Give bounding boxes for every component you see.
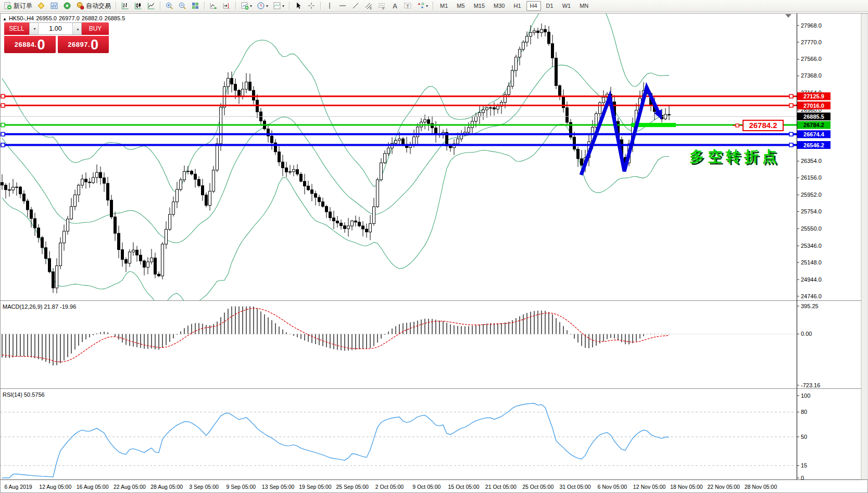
volume-input[interactable]: 1.00 (39, 23, 72, 34)
svg-text:26546.2: 26546.2 (803, 142, 824, 148)
volume-increase-button[interactable]: ▲ (72, 23, 81, 34)
svg-text:2 Oct 05:00: 2 Oct 05:00 (375, 484, 404, 490)
svg-text:27566.0: 27566.0 (801, 56, 822, 62)
svg-text:25 Oct 05:00: 25 Oct 05:00 (522, 484, 553, 490)
cn-annotation-text[interactable]: 多空转折点多空转折点 (689, 148, 782, 166)
svg-text:15 Oct 05:00: 15 Oct 05:00 (448, 484, 480, 490)
svg-text:-723.16: -723.16 (801, 382, 820, 388)
svg-text:15: 15 (801, 462, 807, 469)
svg-text:31 Oct 05:00: 31 Oct 05:00 (559, 484, 590, 490)
buy-button[interactable]: BUY (82, 22, 109, 35)
svg-text:0.00: 0.00 (801, 331, 812, 337)
svg-text:26885.5: 26885.5 (803, 113, 824, 120)
svg-text:50: 50 (801, 434, 807, 440)
svg-text:26354.0: 26354.0 (801, 158, 822, 164)
svg-text:26784.2: 26784.2 (749, 121, 777, 130)
svg-text:6 Aug 2019: 6 Aug 2019 (4, 484, 32, 490)
svg-text:26784.2: 26784.2 (803, 122, 824, 128)
svg-text:395.25: 395.25 (801, 303, 819, 309)
chart-svg: 27968.027770.027566.027368.027164.026960… (0, 0, 868, 493)
svg-text:25346.0: 25346.0 (801, 243, 822, 249)
ohlc-low: 26882.0 (82, 15, 103, 21)
svg-text:27016.0: 27016.0 (803, 103, 824, 109)
svg-text:28 Nov 05:00: 28 Nov 05:00 (745, 484, 777, 490)
svg-text:16 Aug 05:00: 16 Aug 05:00 (77, 484, 109, 490)
sell-price-big-digit: 0 (37, 38, 45, 52)
svg-text:18 Nov 05:00: 18 Nov 05:00 (670, 484, 703, 490)
rsi-indicator-label: RSI(14) 50.5756 (3, 391, 45, 398)
chart-header: ▲HK50-,H426955.026977.026882.026885.5 (3, 15, 127, 21)
volume-decrease-button[interactable]: ▼ (30, 23, 39, 34)
svg-text:25148.0: 25148.0 (801, 259, 822, 266)
svg-text:24944.0: 24944.0 (801, 276, 822, 283)
collapse-icon[interactable]: ▲ (3, 17, 7, 21)
svg-text:13 Sep 05:00: 13 Sep 05:00 (262, 484, 295, 490)
svg-text:25952.0: 25952.0 (801, 192, 822, 198)
svg-text:25754.0: 25754.0 (801, 208, 822, 214)
svg-text:22 Aug 05:00: 22 Aug 05:00 (114, 484, 146, 490)
svg-text:9 Oct 05:00: 9 Oct 05:00 (412, 484, 441, 490)
svg-text:12 Aug 05:00: 12 Aug 05:00 (39, 484, 71, 490)
sell-price[interactable]: 26884. 0 (4, 36, 56, 53)
volume-stepper: ▼ 1.00 ▲ (29, 22, 82, 35)
svg-text:26674.4: 26674.4 (803, 131, 825, 137)
svg-text:12 Nov 05:00: 12 Nov 05:00 (633, 484, 666, 490)
svg-text:26156.0: 26156.0 (801, 174, 822, 181)
svg-text:27770.0: 27770.0 (801, 39, 822, 45)
svg-text:21 Oct 05:00: 21 Oct 05:00 (485, 484, 517, 490)
svg-text:25 Sep 05:00: 25 Sep 05:00 (336, 484, 369, 490)
svg-text:多空转折点: 多空转折点 (689, 148, 781, 165)
svg-text:27125.9: 27125.9 (803, 93, 824, 99)
sell-button[interactable]: SELL (4, 22, 29, 35)
macd-indicator-label: MACD(12,26,9) 21.87 -19.96 (3, 304, 76, 310)
scrollbar-track[interactable] (861, 14, 868, 479)
svg-text:0: 0 (801, 475, 804, 481)
svg-text:28 Aug 05:00: 28 Aug 05:00 (150, 484, 183, 490)
ohlc-high: 26977.0 (59, 15, 80, 21)
ohlc-close: 26885.5 (105, 15, 125, 21)
one-click-trading-panel: SELL ▼ 1.00 ▲ BUY 26884. 0 26897. 0 (4, 22, 109, 53)
time-axis: 6 Aug 201912 Aug 05:0016 Aug 05:0022 Aug… (4, 484, 777, 490)
svg-text:27968.0: 27968.0 (801, 22, 822, 29)
buy-price-main: 26897. (68, 41, 90, 48)
svg-text:3 Sep 05:00: 3 Sep 05:00 (189, 484, 219, 490)
buy-price-big-digit: 0 (91, 38, 98, 52)
svg-text:80: 80 (801, 409, 807, 415)
symbol-period-label: HK50-,H4 (9, 15, 34, 21)
svg-text:6 Nov 05:00: 6 Nov 05:00 (597, 484, 627, 490)
ohlc-open: 26955.0 (36, 15, 57, 21)
buy-price[interactable]: 26897. 0 (58, 36, 109, 53)
sell-price-main: 26884. (15, 41, 37, 48)
svg-text:9 Sep 05:00: 9 Sep 05:00 (226, 484, 256, 490)
svg-text:24746.0: 24746.0 (801, 293, 822, 299)
svg-text:25550.0: 25550.0 (801, 225, 822, 232)
svg-text:22 Nov 05:00: 22 Nov 05:00 (707, 484, 740, 490)
svg-text:100: 100 (801, 393, 810, 399)
mt4-window: 新订单自动交易▾▾▾EFAT▾M1M5M15M30H1H4D1W1MN 2796… (0, 0, 868, 493)
svg-text:19 Sep 05:00: 19 Sep 05:00 (299, 484, 332, 490)
svg-text:27368.0: 27368.0 (801, 72, 822, 79)
